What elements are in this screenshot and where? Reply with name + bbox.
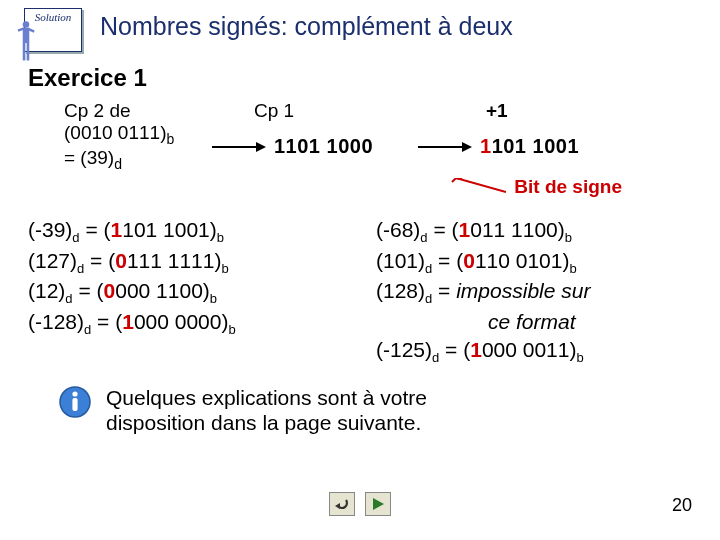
svg-marker-10	[335, 503, 340, 509]
undo-icon	[334, 497, 350, 511]
page-subtitle: Exercice 1	[28, 64, 692, 92]
svg-line-6	[456, 178, 506, 192]
nav-back-button[interactable]	[329, 492, 355, 516]
arrow-icon	[212, 137, 266, 157]
results-right-column: (-68)d = (1011 1100)b (101)d = (0110 010…	[376, 216, 696, 367]
cp2-label: Cp 2 de	[64, 100, 204, 122]
info-icon	[58, 385, 92, 419]
svg-rect-3	[27, 43, 30, 60]
svg-marker-11	[373, 498, 384, 510]
svg-rect-9	[72, 398, 77, 411]
sign-bit-annotation: Bit de signe	[514, 176, 622, 198]
solution-badge-label: Solution	[35, 11, 72, 23]
page-number: 20	[672, 495, 692, 516]
ones-complement-value: 1101 1000	[266, 135, 418, 158]
annotation-pointer-icon	[450, 178, 506, 196]
page-title: Nombres signés: complément à deux	[100, 12, 513, 41]
svg-point-0	[23, 21, 30, 28]
solution-badge: Solution	[24, 8, 82, 52]
play-icon	[371, 497, 385, 511]
nav-next-button[interactable]	[365, 492, 391, 516]
svg-rect-2	[23, 43, 26, 60]
twos-complement-value: 1101 1001	[472, 135, 579, 158]
diagram-source: (0010 0111)b = (39)d	[64, 122, 212, 172]
svg-point-8	[72, 391, 77, 396]
complement-diagram: Cp 2 de Cp 1 +1 (0010 0111)b = (39)d 110…	[64, 100, 666, 198]
footer-note: Quelques explications sont à votre dispo…	[106, 385, 427, 435]
results-left-column: (-39)d = (1101 1001)b (127)d = (0111 111…	[28, 216, 348, 367]
person-icon	[15, 19, 37, 67]
arrow-icon	[418, 137, 472, 157]
plus1-label: +1	[434, 100, 624, 122]
cp1-label: Cp 1	[210, 100, 428, 122]
